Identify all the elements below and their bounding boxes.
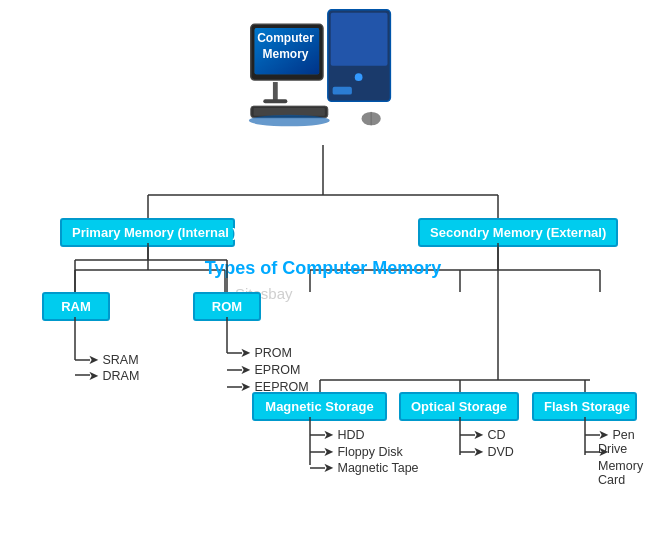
magnetic-box: Magnetic Storage — [252, 392, 387, 421]
optical-box: Optical Storage — [399, 392, 519, 421]
magnetic-hdd: ➤ HDD — [323, 427, 365, 442]
svg-rect-14 — [331, 13, 388, 66]
svg-rect-23 — [254, 108, 325, 116]
optical-dvd: ➤ DVD — [473, 444, 514, 459]
svg-rect-16 — [333, 87, 352, 95]
ram-box: RAM — [42, 292, 110, 321]
rom-eeprom: ➤ EEPROM — [240, 379, 309, 394]
computer-title: Computer Memory — [252, 31, 319, 62]
rom-prom: ➤ PROM — [240, 345, 292, 360]
svg-point-15 — [355, 73, 363, 81]
ram-sram: ➤ SRAM — [88, 352, 139, 367]
flash-box: Flash Storage — [532, 392, 637, 421]
ram-dram: ➤ DRAM — [88, 368, 139, 383]
optical-cd: ➤ CD — [473, 427, 506, 442]
svg-point-26 — [249, 115, 330, 127]
magnetic-tape: ➤ Magnetic Tape — [323, 460, 419, 475]
secondary-memory-box: Secondry Memory (External) — [418, 218, 618, 247]
svg-rect-18 — [263, 99, 287, 103]
svg-rect-17 — [273, 82, 278, 101]
rom-eprom: ➤ EPROM — [240, 362, 300, 377]
rom-box: ROM — [193, 292, 261, 321]
diagram-title: Types of Computer Memory — [205, 258, 442, 279]
magnetic-floppy: ➤ Floppy Disk — [323, 444, 403, 459]
diagram-container: Computer Memory Primary Memory (Internal… — [0, 0, 646, 542]
flash-memcard: ➤ Memory Card — [598, 444, 646, 487]
primary-memory-box: Primary Memory (Internal ) — [60, 218, 235, 247]
computer-image: Computer Memory — [243, 5, 403, 135]
computer-title-text: Computer Memory — [257, 31, 314, 61]
